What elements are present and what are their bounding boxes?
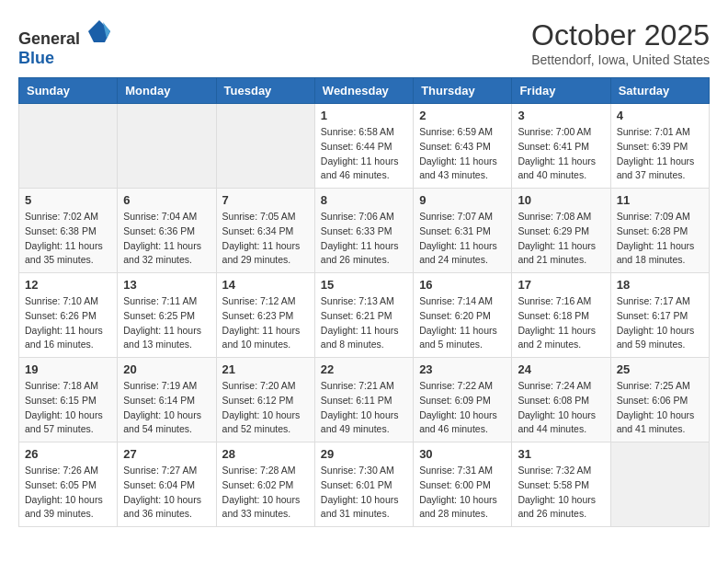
calendar-day: 31Sunrise: 7:32 AMSunset: 5:58 PMDayligh… bbox=[512, 442, 610, 527]
day-info: Sunrise: 7:07 AMSunset: 6:31 PMDaylight:… bbox=[419, 210, 506, 268]
calendar-day: 2Sunrise: 6:59 AMSunset: 6:43 PMDaylight… bbox=[414, 104, 512, 189]
location-subtitle: Bettendorf, Iowa, United States bbox=[531, 52, 710, 67]
calendar-day bbox=[216, 104, 314, 189]
day-info: Sunrise: 7:24 AMSunset: 6:08 PMDaylight:… bbox=[518, 379, 604, 437]
day-number: 29 bbox=[321, 447, 407, 461]
calendar-day: 18Sunrise: 7:17 AMSunset: 6:17 PMDayligh… bbox=[610, 273, 709, 358]
day-number: 25 bbox=[617, 362, 703, 376]
title-block: October 2025 Bettendorf, Iowa, United St… bbox=[531, 18, 710, 67]
calendar-day: 16Sunrise: 7:14 AMSunset: 6:20 PMDayligh… bbox=[414, 273, 512, 358]
day-number: 14 bbox=[222, 278, 309, 292]
calendar-day: 24Sunrise: 7:24 AMSunset: 6:08 PMDayligh… bbox=[512, 358, 610, 442]
calendar-day: 7Sunrise: 7:05 AMSunset: 6:34 PMDaylight… bbox=[216, 189, 314, 273]
calendar-day: 13Sunrise: 7:11 AMSunset: 6:25 PMDayligh… bbox=[118, 273, 216, 358]
calendar-day: 14Sunrise: 7:12 AMSunset: 6:23 PMDayligh… bbox=[216, 273, 314, 358]
day-info: Sunrise: 7:00 AMSunset: 6:41 PMDaylight:… bbox=[518, 125, 604, 183]
weekday-header-monday: Monday bbox=[118, 78, 216, 104]
calendar-day: 28Sunrise: 7:28 AMSunset: 6:02 PMDayligh… bbox=[216, 442, 314, 527]
day-info: Sunrise: 7:02 AMSunset: 6:38 PMDaylight:… bbox=[25, 210, 111, 268]
calendar-week-1: 1Sunrise: 6:58 AMSunset: 6:44 PMDaylight… bbox=[19, 104, 710, 189]
day-info: Sunrise: 7:19 AMSunset: 6:14 PMDaylight:… bbox=[123, 379, 210, 437]
day-number: 8 bbox=[321, 193, 407, 207]
day-info: Sunrise: 7:20 AMSunset: 6:12 PMDaylight:… bbox=[222, 379, 309, 437]
day-number: 15 bbox=[321, 278, 407, 292]
calendar-week-4: 19Sunrise: 7:18 AMSunset: 6:15 PMDayligh… bbox=[19, 358, 710, 442]
day-info: Sunrise: 7:31 AMSunset: 6:00 PMDaylight:… bbox=[419, 464, 506, 522]
day-number: 9 bbox=[419, 193, 506, 207]
month-title: October 2025 bbox=[531, 18, 710, 52]
weekday-header-wednesday: Wednesday bbox=[314, 78, 413, 104]
day-number: 4 bbox=[617, 109, 703, 122]
calendar-table: SundayMondayTuesdayWednesdayThursdayFrid… bbox=[18, 77, 710, 527]
day-number: 20 bbox=[123, 362, 210, 376]
calendar-day: 17Sunrise: 7:16 AMSunset: 6:18 PMDayligh… bbox=[512, 273, 610, 358]
calendar-week-3: 12Sunrise: 7:10 AMSunset: 6:26 PMDayligh… bbox=[19, 273, 710, 358]
day-info: Sunrise: 7:17 AMSunset: 6:17 PMDaylight:… bbox=[617, 294, 703, 352]
calendar-day: 29Sunrise: 7:30 AMSunset: 6:01 PMDayligh… bbox=[314, 442, 413, 527]
weekday-header-thursday: Thursday bbox=[414, 78, 512, 104]
day-number: 22 bbox=[321, 362, 407, 376]
weekday-header-saturday: Saturday bbox=[610, 78, 709, 104]
day-number: 27 bbox=[123, 447, 210, 461]
day-info: Sunrise: 7:13 AMSunset: 6:21 PMDaylight:… bbox=[321, 294, 407, 352]
day-number: 19 bbox=[25, 362, 111, 376]
calendar-day: 9Sunrise: 7:07 AMSunset: 6:31 PMDaylight… bbox=[414, 189, 512, 273]
weekday-header-sunday: Sunday bbox=[19, 78, 118, 104]
calendar-day: 5Sunrise: 7:02 AMSunset: 6:38 PMDaylight… bbox=[19, 189, 118, 273]
calendar-day: 27Sunrise: 7:27 AMSunset: 6:04 PMDayligh… bbox=[118, 442, 216, 527]
day-info: Sunrise: 7:30 AMSunset: 6:01 PMDaylight:… bbox=[321, 464, 407, 522]
day-info: Sunrise: 6:58 AMSunset: 6:44 PMDaylight:… bbox=[321, 125, 407, 183]
day-info: Sunrise: 7:09 AMSunset: 6:28 PMDaylight:… bbox=[617, 210, 703, 268]
day-info: Sunrise: 7:05 AMSunset: 6:34 PMDaylight:… bbox=[222, 210, 309, 268]
day-info: Sunrise: 6:59 AMSunset: 6:43 PMDaylight:… bbox=[419, 125, 506, 183]
calendar-day bbox=[19, 104, 118, 189]
day-info: Sunrise: 7:01 AMSunset: 6:39 PMDaylight:… bbox=[617, 125, 703, 183]
day-info: Sunrise: 7:21 AMSunset: 6:11 PMDaylight:… bbox=[321, 379, 407, 437]
day-info: Sunrise: 7:22 AMSunset: 6:09 PMDaylight:… bbox=[419, 379, 506, 437]
day-info: Sunrise: 7:18 AMSunset: 6:15 PMDaylight:… bbox=[25, 379, 111, 437]
day-number: 28 bbox=[222, 447, 309, 461]
day-number: 30 bbox=[419, 447, 506, 461]
calendar-day: 19Sunrise: 7:18 AMSunset: 6:15 PMDayligh… bbox=[19, 358, 118, 442]
logo-text: General Blue bbox=[18, 18, 112, 68]
calendar-day: 26Sunrise: 7:26 AMSunset: 6:05 PMDayligh… bbox=[19, 442, 118, 527]
calendar-day: 6Sunrise: 7:04 AMSunset: 6:36 PMDaylight… bbox=[118, 189, 216, 273]
day-number: 18 bbox=[617, 278, 703, 292]
day-info: Sunrise: 7:27 AMSunset: 6:04 PMDaylight:… bbox=[123, 464, 210, 522]
day-info: Sunrise: 7:32 AMSunset: 5:58 PMDaylight:… bbox=[518, 464, 604, 522]
day-number: 12 bbox=[25, 278, 111, 292]
calendar-day: 30Sunrise: 7:31 AMSunset: 6:00 PMDayligh… bbox=[414, 442, 512, 527]
calendar-day: 3Sunrise: 7:00 AMSunset: 6:41 PMDaylight… bbox=[512, 104, 610, 189]
calendar-week-5: 26Sunrise: 7:26 AMSunset: 6:05 PMDayligh… bbox=[19, 442, 710, 527]
calendar-day: 20Sunrise: 7:19 AMSunset: 6:14 PMDayligh… bbox=[118, 358, 216, 442]
day-info: Sunrise: 7:28 AMSunset: 6:02 PMDaylight:… bbox=[222, 464, 309, 522]
day-info: Sunrise: 7:10 AMSunset: 6:26 PMDaylight:… bbox=[25, 294, 111, 352]
day-number: 31 bbox=[518, 447, 604, 461]
calendar-day: 1Sunrise: 6:58 AMSunset: 6:44 PMDaylight… bbox=[314, 104, 413, 189]
day-number: 21 bbox=[222, 362, 309, 376]
calendar-header-row: SundayMondayTuesdayWednesdayThursdayFrid… bbox=[19, 78, 710, 104]
logo-blue: Blue bbox=[18, 49, 54, 67]
calendar-week-2: 5Sunrise: 7:02 AMSunset: 6:38 PMDaylight… bbox=[19, 189, 710, 273]
day-info: Sunrise: 7:16 AMSunset: 6:18 PMDaylight:… bbox=[518, 294, 604, 352]
page-header: General Blue October 2025 Bettendorf, Io… bbox=[18, 18, 710, 68]
day-info: Sunrise: 7:26 AMSunset: 6:05 PMDaylight:… bbox=[25, 464, 111, 522]
day-info: Sunrise: 7:25 AMSunset: 6:06 PMDaylight:… bbox=[617, 379, 703, 437]
day-number: 1 bbox=[321, 109, 407, 122]
calendar-day: 15Sunrise: 7:13 AMSunset: 6:21 PMDayligh… bbox=[314, 273, 413, 358]
day-info: Sunrise: 7:12 AMSunset: 6:23 PMDaylight:… bbox=[222, 294, 309, 352]
logo-general: General bbox=[18, 29, 80, 48]
calendar-day: 10Sunrise: 7:08 AMSunset: 6:29 PMDayligh… bbox=[512, 189, 610, 273]
calendar-day bbox=[610, 442, 709, 527]
day-number: 2 bbox=[419, 109, 506, 122]
day-number: 10 bbox=[518, 193, 604, 207]
day-number: 6 bbox=[123, 193, 210, 207]
weekday-header-friday: Friday bbox=[512, 78, 610, 104]
day-number: 7 bbox=[222, 193, 309, 207]
calendar-day bbox=[118, 104, 216, 189]
day-number: 23 bbox=[419, 362, 506, 376]
calendar-day: 4Sunrise: 7:01 AMSunset: 6:39 PMDaylight… bbox=[610, 104, 709, 189]
day-number: 3 bbox=[518, 109, 604, 122]
day-number: 24 bbox=[518, 362, 604, 376]
day-info: Sunrise: 7:08 AMSunset: 6:29 PMDaylight:… bbox=[518, 210, 604, 268]
